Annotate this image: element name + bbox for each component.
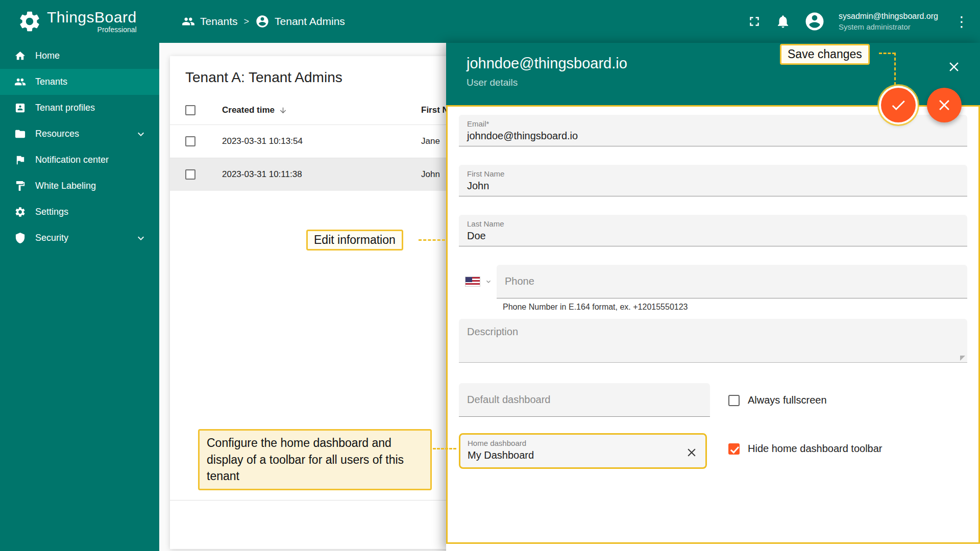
sidebar-item-label: Notification center [35, 155, 109, 165]
always-fullscreen-option[interactable]: Always fullscreen [728, 394, 967, 406]
hide-toolbar-option[interactable]: Hide home dashboard toolbar [728, 443, 967, 455]
dashboard-fields-column: Default dashboard Home dashboard My Dash… [459, 383, 710, 469]
us-flag-icon [465, 277, 480, 287]
row-checkbox[interactable] [185, 169, 195, 180]
close-icon [936, 96, 953, 114]
user-email: sysadmin@thingsboard.org [839, 11, 938, 22]
apply-changes-button[interactable] [881, 88, 916, 122]
hide-toolbar-checkbox[interactable] [728, 443, 740, 455]
format-paint-icon [14, 180, 26, 192]
last-name-field[interactable]: Last Name Doe [459, 215, 967, 246]
sidebar-item-label: Resources [35, 129, 79, 139]
breadcrumb-tenants[interactable]: Tenants [182, 15, 238, 28]
home-dashboard-value: My Dashboard [468, 449, 698, 461]
people-icon [14, 76, 26, 88]
close-icon[interactable] [946, 59, 962, 74]
first-name-value: John [467, 180, 959, 192]
sidebar-item-label: Tenants [35, 77, 67, 87]
folder-icon [14, 128, 26, 140]
row-checkbox[interactable] [185, 136, 195, 146]
always-fullscreen-label: Always fullscreen [748, 394, 827, 406]
user-info: sysadmin@thingsboard.org System administ… [839, 11, 938, 32]
dashboard-settings: Default dashboard Home dashboard My Dash… [459, 383, 967, 469]
first-name-field[interactable]: First Name John [459, 165, 967, 196]
cell-created-time: 2023-03-31 10:11:38 [222, 169, 421, 180]
phone-row [459, 265, 967, 298]
annotation-configure-home-dashboard: Configure the home dashboard and display… [198, 429, 432, 490]
gear-icon [14, 206, 26, 218]
home-dashboard-select[interactable]: Home dashboard My Dashboard [459, 433, 707, 469]
chevron-down-icon [135, 128, 147, 140]
sidebar-item-label: Tenant profiles [35, 103, 95, 113]
sidebar-item-home[interactable]: Home [0, 43, 159, 69]
sidebar-item-resources[interactable]: Resources [0, 121, 159, 147]
badge-icon [14, 102, 26, 114]
email-value: johndoe@thingsboard.io [467, 130, 959, 142]
brand-name: ThingsBoard [47, 9, 137, 26]
always-fullscreen-checkbox[interactable] [728, 395, 740, 406]
thingsboard-logo-icon [17, 9, 42, 34]
sidebar-item-label: Home [35, 51, 60, 61]
header-actions: sysadmin@thingsboard.org System administ… [747, 11, 980, 32]
flag-icon [14, 154, 26, 166]
chevron-down-icon [135, 232, 147, 244]
top-header: ThingsBoard Professional Tenants > Tenan… [0, 0, 980, 43]
sidebar-item-notification-center[interactable]: Notification center [0, 147, 159, 173]
phone-hint: Phone Number in E.164 format, ex. +12015… [503, 303, 967, 312]
breadcrumb-separator: > [244, 16, 250, 27]
account-circle-icon [255, 14, 270, 29]
panel-subtitle: User details [467, 77, 960, 88]
last-name-value: Doe [467, 230, 959, 242]
first-name-label: First Name [467, 169, 959, 178]
home-icon [14, 50, 26, 62]
sidebar-item-white-labeling[interactable]: White Labeling [0, 173, 159, 199]
kebab-menu-icon[interactable]: ⋮ [951, 13, 972, 30]
discard-changes-button[interactable] [927, 88, 962, 122]
annotation-edit-information: Edit information [306, 230, 403, 251]
user-details-panel: johndoe@thingsboard.io User details Emai… [446, 43, 980, 551]
annotation-connector [419, 239, 445, 241]
sidebar-item-tenant-profiles[interactable]: Tenant profiles [0, 95, 159, 121]
home-dashboard-label: Home dashboard [468, 439, 698, 447]
user-role: System administrator [839, 22, 938, 32]
shield-icon [14, 232, 26, 244]
dashboard-checkbox-column: Always fullscreen Hide home dashboard to… [710, 383, 967, 469]
country-code-selector[interactable] [459, 265, 497, 298]
description-box [459, 319, 967, 365]
people-icon [182, 15, 195, 28]
select-all-checkbox[interactable] [185, 105, 195, 115]
breadcrumb-tenant-admins-label: Tenant Admins [275, 15, 345, 28]
check-icon [890, 96, 907, 114]
annotation-connector [433, 448, 456, 449]
clear-icon[interactable] [685, 446, 698, 459]
description-textarea[interactable] [459, 319, 967, 363]
user-avatar[interactable] [804, 11, 825, 32]
sidebar-item-label: White Labeling [35, 181, 96, 191]
breadcrumb: Tenants > Tenant Admins [182, 14, 345, 29]
breadcrumb-tenant-admins[interactable]: Tenant Admins [255, 14, 345, 29]
notifications-bell-icon[interactable] [775, 14, 791, 29]
user-details-form: Email* johndoe@thingsboard.io First Name… [446, 105, 980, 544]
annotation-save-changes: Save changes [780, 44, 870, 65]
phone-input[interactable] [497, 265, 967, 298]
sidebar-item-label: Security [35, 233, 68, 243]
sidebar-item-tenants[interactable]: Tenants [0, 69, 159, 95]
annotation-connector [894, 53, 896, 85]
last-name-label: Last Name [467, 219, 959, 228]
sidebar-nav: Home Tenants Tenant profiles Resources N… [0, 43, 159, 551]
cell-created-time: 2023-03-31 10:13:54 [222, 136, 421, 146]
sidebar-item-label: Settings [35, 207, 68, 217]
hide-toolbar-label: Hide home dashboard toolbar [748, 443, 883, 455]
email-label: Email* [467, 119, 959, 128]
sidebar-item-settings[interactable]: Settings [0, 199, 159, 225]
column-created-time[interactable]: Created time [222, 105, 421, 115]
default-dashboard-placeholder: Default dashboard [467, 394, 550, 406]
sort-descending-icon [279, 106, 287, 115]
app-logo[interactable]: ThingsBoard Professional [0, 9, 159, 34]
brand-subtitle: Professional [97, 26, 137, 34]
panel-title: johndoe@thingsboard.io [467, 55, 960, 72]
sidebar-item-security[interactable]: Security [0, 225, 159, 251]
breadcrumb-tenants-label: Tenants [200, 15, 238, 28]
fullscreen-icon[interactable] [747, 14, 762, 29]
default-dashboard-select[interactable]: Default dashboard [459, 383, 710, 417]
